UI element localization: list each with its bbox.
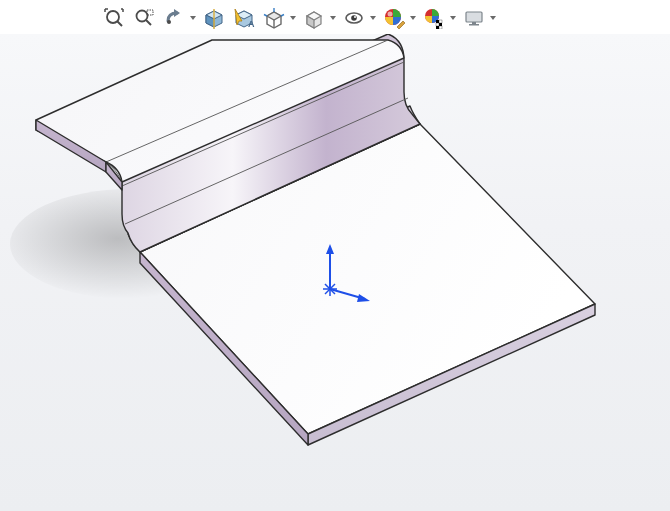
svg-point-6 [137,11,148,22]
edit-appearance-dropdown[interactable] [408,5,418,31]
chevron-down-icon [369,14,377,22]
svg-line-24 [281,15,284,17]
apply-scene-dropdown[interactable] [448,5,458,31]
section-view-icon [203,7,225,29]
zoom-to-area-button[interactable] [130,4,158,32]
svg-marker-38 [410,16,416,20]
svg-rect-43 [439,23,442,26]
chevron-down-icon [329,14,337,22]
svg-rect-47 [466,12,482,22]
section-view-button[interactable] [200,4,228,32]
view-orientation-icon [263,7,285,29]
apply-scene-icon [423,7,445,29]
svg-marker-50 [490,16,496,20]
svg-text:A: A [248,19,255,29]
svg-marker-11 [190,16,196,20]
chevron-down-icon [409,14,417,22]
dynamic-annotation-views-icon: A [233,7,255,29]
apply-scene-button[interactable] [420,4,448,32]
view-orientation-dropdown[interactable] [288,5,298,31]
svg-marker-34 [370,16,376,20]
view-settings-dropdown[interactable] [488,5,498,31]
view-toolbar: A [100,4,498,32]
svg-point-10 [167,20,171,24]
chevron-down-icon [189,14,197,22]
chevron-down-icon [489,14,497,22]
svg-point-32 [351,15,357,21]
svg-line-25 [264,15,267,17]
svg-marker-30 [330,16,336,20]
monitor-icon [463,7,485,29]
previous-view-dropdown[interactable] [188,5,198,31]
svg-rect-42 [436,23,439,26]
svg-line-7 [146,20,151,25]
svg-marker-21 [267,12,281,20]
display-style-dropdown[interactable] [328,5,338,31]
zoom-to-fit-icon [103,7,125,29]
svg-rect-40 [436,20,439,23]
svg-rect-49 [469,24,479,26]
view-orientation-button[interactable] [260,4,288,32]
previous-view-icon [163,7,185,29]
svg-point-36 [388,12,393,17]
edit-appearance-icon [383,7,405,29]
edit-appearance-button[interactable] [380,4,408,32]
svg-line-1 [118,22,123,27]
hide-show-items-dropdown[interactable] [368,5,378,31]
svg-rect-41 [439,20,442,23]
view-settings-button[interactable] [460,4,488,32]
svg-marker-46 [450,16,456,20]
svg-rect-44 [436,26,439,29]
svg-rect-45 [439,26,442,29]
svg-point-0 [107,11,119,23]
graphics-viewport[interactable] [0,34,670,511]
zoom-to-fit-button[interactable] [100,4,128,32]
svg-point-33 [354,16,356,18]
svg-marker-26 [290,16,296,20]
svg-rect-48 [472,22,476,24]
model-render [0,34,670,511]
display-style-button[interactable] [300,4,328,32]
hide-show-items-button[interactable] [340,4,368,32]
previous-view-button[interactable] [160,4,188,32]
eye-icon [343,7,365,29]
dynamic-annotation-views-button[interactable]: A [230,4,258,32]
display-style-icon [303,7,325,29]
zoom-to-area-icon [133,7,155,29]
chevron-down-icon [449,14,457,22]
svg-marker-9 [174,9,180,17]
chevron-down-icon [289,14,297,22]
